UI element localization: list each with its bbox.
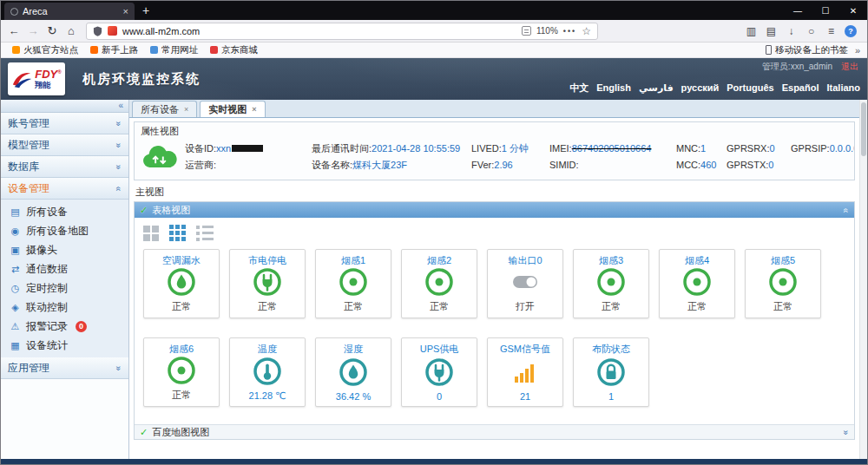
device-card[interactable]: 烟感5正常	[745, 249, 821, 318]
sidebar-item[interactable]: ▤所有设备	[1, 202, 128, 221]
bookmarks-overflow-icon[interactable]: »	[853, 45, 862, 56]
language-link[interactable]: فارسي	[639, 82, 674, 93]
device-card[interactable]: UPS供电0	[401, 337, 477, 407]
phone-icon	[766, 45, 772, 55]
device-card[interactable]: 输出口0打开	[487, 249, 563, 318]
property-value: 0.0.0.0	[830, 143, 854, 154]
url-text[interactable]: www.all-m2m.com	[122, 26, 200, 36]
chevron-down-icon: »	[115, 164, 124, 169]
bookmark-item[interactable]: 新手上路	[84, 43, 144, 57]
language-link[interactable]: русский	[681, 82, 720, 93]
property-field: MCC:460	[676, 157, 727, 174]
tab-close-icon[interactable]: ×	[252, 105, 256, 114]
sidebar-item[interactable]: ◉所有设备地图	[1, 221, 128, 240]
card-value: 0	[437, 391, 442, 402]
property-label: GPRSRX:	[727, 143, 770, 154]
device-card[interactable]: 空调漏水正常	[143, 249, 220, 318]
sidebar-collapse-button[interactable]: «	[1, 100, 128, 113]
expand-section-icon[interactable]: »	[842, 429, 852, 435]
bookmark-star-icon[interactable]: ☆	[582, 25, 591, 37]
bookmark-item[interactable]: 京东商城	[204, 43, 264, 57]
mobile-bookmarks[interactable]: 移动设备上的书签	[760, 44, 853, 56]
sidebar-item[interactable]: ▣摄像头	[1, 240, 128, 259]
library-icon[interactable]: ▥	[741, 25, 761, 37]
view-grid-large-icon[interactable]	[143, 226, 159, 241]
sidebar-item[interactable]: ◈联动控制	[1, 298, 128, 317]
card-value: 正常	[687, 300, 707, 313]
logout-link[interactable]: 退出	[841, 62, 858, 71]
view-list-icon[interactable]	[196, 226, 214, 241]
language-link[interactable]: English	[596, 82, 631, 93]
menu-icon[interactable]: ≡	[821, 25, 841, 37]
property-value: xxn	[216, 143, 231, 154]
content-tab[interactable]: 实时视图×	[200, 101, 265, 117]
property-label: FVer:	[471, 160, 494, 170]
property-field: 运营商:	[185, 157, 312, 174]
minimize-button[interactable]: —	[784, 1, 812, 20]
close-button[interactable]: ✕	[839, 1, 867, 20]
bookmark-item[interactable]: 常用网址	[144, 43, 204, 57]
sidebar-group[interactable]: 数据库»	[1, 156, 128, 178]
device-card[interactable]: 烟感1正常	[315, 249, 391, 318]
table-view-title: 表格视图	[152, 204, 190, 217]
address-bar[interactable]: www.all-m2m.com 110% ••• ☆	[86, 23, 598, 40]
view-grid-small-icon[interactable]	[169, 225, 186, 241]
sidebar-item[interactable]: ⚠报警记录0	[1, 317, 128, 336]
reload-button[interactable]: ↻	[43, 24, 62, 37]
property-label: LIVED:	[471, 143, 502, 154]
new-tab-button[interactable]: +	[135, 1, 157, 20]
tab-close-icon[interactable]: ×	[123, 6, 128, 16]
language-link[interactable]: 中文	[569, 82, 589, 93]
device-card[interactable]: 湿度36.42 %	[315, 337, 391, 407]
map-view-header[interactable]: ✓ 百度地图视图 »	[135, 424, 854, 439]
sidebar-item[interactable]: ▦设备统计	[1, 336, 128, 355]
device-card[interactable]: 烟感4正常	[659, 249, 735, 318]
sidebar-group[interactable]: 账号管理»	[1, 113, 128, 134]
device-card[interactable]: GSM信号值21	[487, 337, 563, 407]
vertical-scrollbar[interactable]	[859, 100, 867, 459]
table-view-header[interactable]: ✓ 表格视图 «	[135, 202, 854, 218]
card-value: 正常	[344, 300, 363, 313]
language-link[interactable]: Italiano	[826, 82, 860, 93]
shield-icon[interactable]	[93, 26, 102, 36]
device-card[interactable]: 布防状态1	[573, 337, 649, 407]
home-button[interactable]: ⌂	[62, 24, 81, 37]
company-logo: FDY® 翔能	[8, 62, 65, 95]
language-link[interactable]: Español	[782, 82, 819, 93]
bookmark-item[interactable]: 火狐官方站点	[6, 43, 84, 57]
language-link[interactable]: Português	[727, 82, 773, 93]
help-badge-icon[interactable]: ?	[845, 25, 857, 37]
sidebar-group[interactable]: 模型管理»	[1, 134, 128, 156]
content-tab[interactable]: 所有设备×	[132, 101, 197, 117]
page-actions-menu-icon[interactable]: •••	[563, 27, 576, 36]
device-card[interactable]: 烟感2正常	[401, 249, 477, 318]
downloads-icon[interactable]: ↓	[781, 25, 801, 37]
card-title: 布防状态	[592, 343, 630, 356]
smoke-icon	[768, 267, 798, 300]
back-button[interactable]: ←	[4, 24, 23, 37]
language-switcher: 中文EnglishفارسيрусскийPortuguêsEspañolIta…	[562, 82, 860, 95]
device-card[interactable]: 温度21.28 ℃	[229, 337, 306, 407]
browser-tab[interactable]: Areca ×	[4, 3, 135, 20]
account-icon[interactable]: ○	[801, 25, 821, 37]
sidebar-group[interactable]: 设备管理«	[1, 178, 128, 200]
sidebar-item[interactable]: ⇄通信数据	[1, 259, 128, 278]
mobile-bookmarks-label: 移动设备上的书签	[775, 44, 848, 56]
zoom-level[interactable]: 110%	[536, 26, 558, 36]
forward-button[interactable]: →	[23, 24, 43, 37]
device-card[interactable]: 烟感3正常	[573, 249, 649, 318]
sidebar-toggle-icon[interactable]: ▤	[761, 25, 781, 37]
view-mode-switcher	[135, 218, 854, 246]
page-action-icon[interactable]	[522, 26, 531, 36]
collapse-section-icon[interactable]: «	[842, 207, 852, 213]
maximize-button[interactable]: ☐	[812, 1, 839, 20]
stats-icon: ▦	[10, 340, 21, 351]
tab-close-icon[interactable]: ×	[184, 105, 188, 114]
sidebar-item-label: 所有设备	[26, 205, 68, 219]
device-card[interactable]: 烟感6正常	[143, 337, 220, 407]
sidebar-item[interactable]: ◷定时控制	[1, 278, 128, 298]
toggle-icon	[510, 267, 540, 300]
device-card[interactable]: 市电停电正常	[229, 249, 306, 318]
sidebar-group[interactable]: 应用管理»	[1, 357, 128, 379]
scrollbar-thumb[interactable]	[861, 102, 866, 156]
